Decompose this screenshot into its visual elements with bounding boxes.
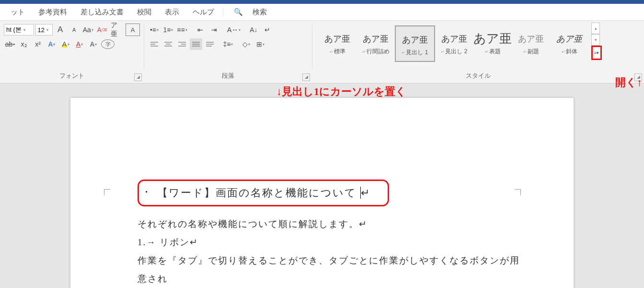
align-justify-button[interactable] [190, 38, 202, 50]
align-left-button[interactable] [148, 38, 161, 50]
group-styles-label: スタイル [312, 71, 644, 83]
paragraph-dialog-launcher[interactable]: ◢ [302, 73, 310, 81]
multilevel-button[interactable]: ≡≡ [176, 24, 188, 36]
tab-mailings[interactable]: 差し込み文書 [74, 8, 130, 17]
style-italic[interactable]: あア亜 斜体 [550, 25, 588, 60]
body-list-item-1[interactable]: 1.→ リボン↵ [138, 233, 526, 252]
shrink-font-button[interactable]: A [68, 24, 80, 36]
tab-separator [223, 7, 223, 17]
char-border-button[interactable]: A [126, 24, 140, 36]
group-paragraph: •≡ 1≡ ≡≡ ⇤ ⇥ A↔ A↓ ↵ [144, 21, 312, 83]
styles-scroll-up[interactable]: ▴ [591, 23, 600, 34]
ruler-right-marker [515, 189, 521, 195]
font-name-combo[interactable]: ht (본 [4, 24, 34, 36]
document-area: ↓見出し1にカーソルを置く 【ワード】画面の名称と機能について ↵ それぞれの名… [0, 84, 644, 288]
bullets-button[interactable]: •≡ [148, 24, 161, 36]
align-center-button[interactable] [162, 38, 174, 50]
page[interactable]: ↓見出し1にカーソルを置く 【ワード】画面の名称と機能について ↵ それぞれの名… [70, 98, 574, 288]
style-title[interactable]: あア亜 表題 [473, 25, 512, 60]
tab-view[interactable]: 表示 [158, 8, 186, 17]
clear-format-button[interactable]: A⌫ [96, 24, 108, 36]
search-icon: 🔍 [234, 8, 243, 16]
show-marks-button[interactable]: ↵ [261, 24, 274, 36]
styles-more-button[interactable]: ≡▾ [591, 46, 602, 60]
align-distribute-button[interactable] [204, 38, 216, 50]
decrease-indent-button[interactable]: ⇤ [194, 24, 207, 36]
grow-font-button[interactable]: A [54, 24, 67, 36]
style-heading1[interactable]: あア亜 見出し 1 [395, 25, 435, 62]
superscript-button[interactable]: x² [32, 38, 44, 50]
strikethrough-button[interactable]: ab [4, 38, 16, 50]
group-paragraph-label: 段落 [144, 71, 312, 83]
phonetic-guide-button[interactable]: ア亜 [110, 24, 124, 36]
numbering-button[interactable]: 1≡ [162, 24, 174, 36]
style-subtitle[interactable]: あア亜 副題 [512, 25, 550, 60]
title-bar [0, 0, 644, 4]
group-font: ht (본 12 A A Aa A⌫ ア亜 A ab x₂ x² A A A A… [0, 21, 144, 83]
annotation-cursor: ↓見出し1にカーソルを置く [276, 84, 406, 99]
heading1-highlight: 【ワード】画面の名称と機能について ↵ [138, 180, 389, 206]
increase-indent-button[interactable]: ⇥ [208, 24, 220, 36]
body-paragraph-1[interactable]: それぞれの名称や機能について順に解説します。↵ [138, 215, 526, 233]
group-font-label: フォント [0, 71, 144, 83]
group-styles: あア亜 標準 あア亜 行間詰め あア亜 見出し 1 あア亜 見出し 2 あア亜 [312, 21, 644, 83]
ruler-left-marker [104, 189, 110, 195]
search-input[interactable]: 検索 [246, 8, 274, 17]
styles-scroll-down[interactable]: ▾ [591, 34, 600, 46]
tab-cut[interactable]: ット [4, 8, 32, 17]
borders-button[interactable]: ⊞ [254, 38, 266, 50]
styles-gallery: あア亜 標準 あア亜 行間詰め あア亜 見出し 1 あア亜 見出し 2 あア亜 [316, 23, 590, 65]
ribbon-tabs: ット 参考資料 差し込み文書 校閲 表示 ヘルプ 🔍 検索 [0, 4, 644, 21]
change-case-button[interactable]: Aa [82, 24, 94, 36]
shading-button[interactable]: ◇ [240, 38, 253, 50]
body-paragraph-2a[interactable]: 作業を『タブ』で切り替えることができ、タブごとに作業がしやすくなるボタンが用意さ… [138, 252, 526, 288]
subscript-button[interactable]: x₂ [18, 38, 30, 50]
align-right-button[interactable] [176, 38, 188, 50]
font-dialog-launcher[interactable]: ◢ [134, 73, 142, 81]
heading1-text[interactable]: 【ワード】画面の名称と機能について ↵ [157, 187, 370, 199]
tab-references[interactable]: 参考資料 [32, 8, 74, 17]
line-spacing-button[interactable]: ‡≡ [222, 38, 234, 50]
style-nospacing[interactable]: あア亜 行間詰め [356, 25, 395, 60]
font-color-button[interactable]: A [73, 38, 86, 50]
ribbon: ht (본 12 A A Aa A⌫ ア亜 A ab x₂ x² A A A A… [0, 21, 644, 84]
font-size-combo[interactable]: 12 [35, 24, 53, 36]
style-normal[interactable]: あア亜 標準 [318, 25, 356, 60]
char-shading-button[interactable]: A [87, 38, 100, 50]
asian-layout-button[interactable]: A↔ [226, 24, 242, 36]
highlight-button[interactable]: A [59, 38, 72, 50]
styles-gallery-nav: ▴ ▾ ≡▾ [591, 23, 600, 60]
text-effects-button[interactable]: A [46, 38, 58, 50]
style-heading2[interactable]: あア亜 見出し 2 [435, 25, 473, 60]
annotation-open: 開く↑ [615, 75, 642, 90]
enclose-char-button[interactable]: 字 [101, 39, 115, 49]
sort-button[interactable]: A↓ [247, 24, 260, 36]
tab-help[interactable]: ヘルプ [186, 8, 221, 17]
tab-review[interactable]: 校閲 [130, 8, 158, 17]
